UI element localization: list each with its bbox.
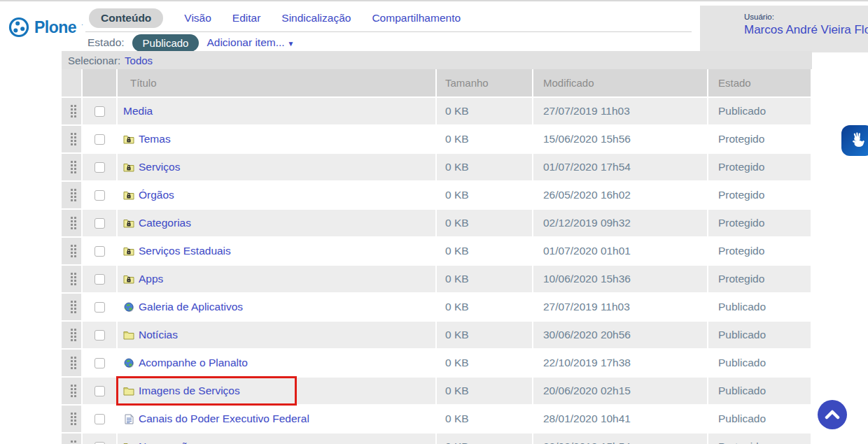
row-checkbox[interactable] bbox=[94, 386, 105, 396]
table-row: Imagens de Serviços 0 KB 20/06/2020 02h1… bbox=[62, 378, 812, 404]
table-row: Acompanhe o Planalto 0 KB 22/10/2019 17h… bbox=[62, 350, 812, 376]
row-checkbox[interactable] bbox=[94, 162, 105, 173]
drag-handle[interactable] bbox=[62, 154, 81, 180]
item-modified: 01/07/2020 01h01 bbox=[533, 238, 707, 264]
item-title-link[interactable]: Serviços Estaduais bbox=[139, 245, 231, 257]
item-size: 0 KB bbox=[437, 238, 532, 264]
drag-handle[interactable] bbox=[62, 322, 81, 348]
drag-handle[interactable] bbox=[62, 294, 81, 320]
drag-handle[interactable] bbox=[62, 182, 81, 208]
row-checkbox-cell bbox=[83, 126, 116, 152]
item-title-link[interactable]: Temas bbox=[139, 133, 171, 145]
header-checkbox-column bbox=[83, 69, 116, 96]
workflow-state-row: Estado: Publicado Adicionar item...▼ bbox=[88, 34, 295, 52]
item-title-link[interactable]: Categorias bbox=[139, 217, 191, 229]
table-row: Navegação 0 KB 22/08/2019 15h54 Protegid… bbox=[62, 434, 812, 444]
row-checkbox-cell bbox=[83, 266, 116, 292]
table-row: Serviços 0 KB 01/07/2020 17h54 Protegido bbox=[62, 154, 812, 180]
user-label: Usuário: bbox=[744, 13, 774, 21]
row-checkbox[interactable] bbox=[94, 190, 105, 201]
drag-handle[interactable] bbox=[62, 378, 81, 404]
item-state: Protegido bbox=[708, 126, 811, 152]
item-title-link[interactable]: Imagens de Serviços bbox=[139, 385, 240, 397]
column-header-title[interactable]: Título bbox=[118, 69, 435, 96]
item-state: Publicado bbox=[708, 322, 811, 348]
item-modified: 26/05/2020 16h02 bbox=[533, 182, 707, 208]
tab-sindicalizacao[interactable]: Sindicalização bbox=[281, 12, 351, 24]
row-checkbox-cell bbox=[83, 322, 116, 348]
drag-handle[interactable] bbox=[62, 350, 81, 376]
drag-dots-icon bbox=[71, 385, 73, 387]
item-modified: 20/06/2020 02h15 bbox=[533, 378, 707, 404]
item-size: 0 KB bbox=[437, 210, 532, 236]
tab-compartilhamento[interactable]: Compartilhamento bbox=[372, 12, 461, 24]
row-checkbox[interactable] bbox=[94, 442, 105, 444]
item-state: Publicado bbox=[708, 294, 811, 320]
drag-dots-icon bbox=[71, 329, 73, 331]
item-state: Protegido bbox=[708, 266, 811, 292]
add-item-label: Adicionar item... bbox=[206, 36, 284, 48]
row-checkbox-cell bbox=[83, 434, 116, 444]
tab-conteudo[interactable]: Conteúdo bbox=[89, 8, 163, 28]
folder-lock-icon bbox=[123, 218, 134, 229]
table-body: Media 0 KB 27/07/2019 11h03 Publicado Te… bbox=[62, 98, 812, 444]
row-checkbox[interactable] bbox=[94, 274, 105, 285]
drag-handle[interactable] bbox=[62, 266, 81, 292]
row-checkbox[interactable] bbox=[94, 302, 105, 313]
drag-dots-icon bbox=[71, 189, 73, 191]
item-size: 0 KB bbox=[437, 406, 532, 432]
item-title-link[interactable]: Media bbox=[123, 105, 153, 117]
globe-icon bbox=[123, 302, 134, 313]
table-row: Temas 0 KB 15/06/2020 15h56 Protegido bbox=[62, 126, 812, 152]
accessibility-widget[interactable] bbox=[841, 125, 868, 156]
item-title-link[interactable]: Serviços bbox=[139, 161, 180, 173]
item-size: 0 KB bbox=[437, 322, 532, 348]
drag-handle[interactable] bbox=[62, 210, 81, 236]
item-size: 0 KB bbox=[437, 294, 532, 320]
scroll-to-top-button[interactable] bbox=[818, 400, 847, 429]
state-badge[interactable]: Publicado bbox=[132, 34, 200, 52]
row-checkbox-cell bbox=[83, 350, 116, 376]
row-checkbox[interactable] bbox=[94, 106, 105, 117]
item-title-link[interactable]: Órgãos bbox=[139, 189, 174, 201]
table-row: Notícias 0 KB 30/06/2020 20h56 Publicado bbox=[62, 322, 812, 348]
add-item-menu[interactable]: Adicionar item...▼ bbox=[206, 36, 294, 49]
tab-editar[interactable]: Editar bbox=[232, 12, 261, 24]
row-checkbox[interactable] bbox=[94, 218, 105, 229]
drag-dots-icon bbox=[71, 105, 73, 107]
row-checkbox-cell bbox=[83, 406, 116, 432]
item-title-link[interactable]: Canais do Poder Executivo Federal bbox=[139, 413, 309, 425]
chevron-down-icon: ▼ bbox=[288, 40, 295, 48]
select-all-link[interactable]: Todos bbox=[125, 55, 153, 66]
drag-handle[interactable] bbox=[62, 238, 81, 264]
item-state: Protegido bbox=[708, 434, 811, 444]
item-title-link[interactable]: Galeria de Aplicativos bbox=[139, 301, 243, 313]
item-title-link[interactable]: Notícias bbox=[139, 329, 178, 341]
user-menu-box: Usuário: Marcos André Vieira Flores▼ bbox=[700, 6, 868, 52]
item-title-link[interactable]: Navegação bbox=[139, 441, 193, 444]
user-menu[interactable]: Marcos André Vieira Flores▼ bbox=[744, 23, 868, 37]
item-state: Publicado bbox=[708, 350, 811, 376]
row-checkbox[interactable] bbox=[94, 330, 105, 341]
column-header-state[interactable]: Estado bbox=[708, 69, 811, 96]
row-checkbox[interactable] bbox=[94, 414, 105, 424]
folder-contents-table: Título Tamanho Modificado Estado Media 0… bbox=[62, 69, 812, 444]
column-header-modified[interactable]: Modificado bbox=[533, 69, 707, 96]
tab-visao[interactable]: Visão bbox=[184, 12, 211, 24]
folder-lock-icon bbox=[123, 246, 134, 257]
drag-handle[interactable] bbox=[62, 98, 81, 124]
row-title-cell: Órgãos bbox=[118, 182, 435, 208]
drag-handle[interactable] bbox=[62, 406, 81, 432]
drag-dots-icon bbox=[71, 357, 73, 359]
item-title-link[interactable]: Apps bbox=[139, 273, 163, 285]
column-header-size[interactable]: Tamanho bbox=[437, 69, 532, 96]
row-checkbox[interactable] bbox=[94, 358, 105, 368]
plone-logo[interactable]: Plone ˙ bbox=[8, 17, 83, 38]
drag-dots-icon bbox=[71, 413, 73, 415]
drag-handle[interactable] bbox=[62, 126, 81, 152]
row-checkbox[interactable] bbox=[94, 134, 105, 145]
row-checkbox[interactable] bbox=[94, 246, 105, 257]
drag-handle[interactable] bbox=[62, 434, 81, 444]
item-title-link[interactable]: Acompanhe o Planalto bbox=[139, 357, 248, 369]
drag-dots-icon bbox=[71, 133, 73, 135]
